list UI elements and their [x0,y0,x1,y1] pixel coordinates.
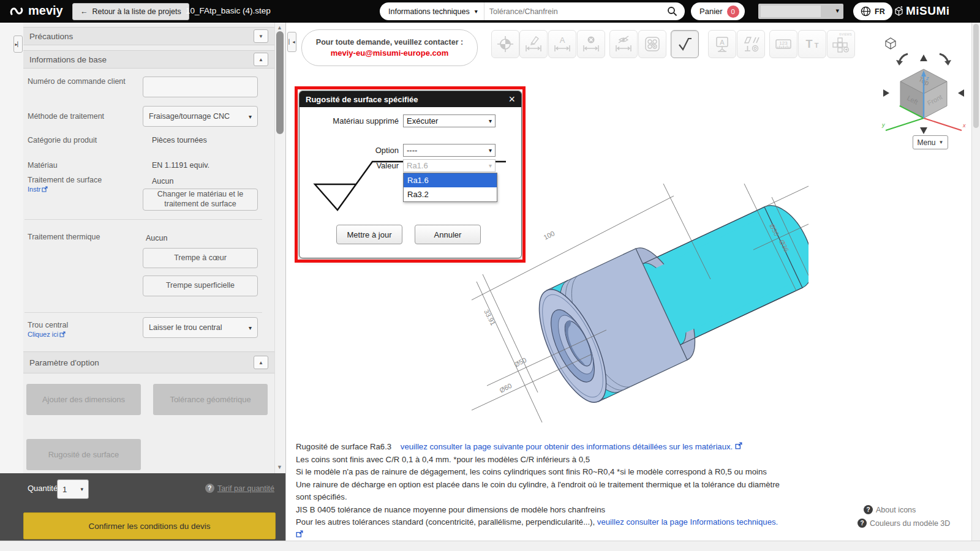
left-panel: ▸▏ Précautions ▼ Informations de base ▲ … [0,23,286,541]
external-link-icon [296,530,303,538]
surface-roughness-button[interactable]: Rugosité de surface [26,439,141,470]
rotate-down-icon[interactable] [920,127,927,134]
collapse-toggle-icon[interactable]: ▼ [254,29,268,43]
geometric-tolerance-icon[interactable] [737,30,765,58]
dimension-values-icon[interactable]: 123 [769,30,797,58]
panel-expand-handle[interactable]: ▸▏ [13,36,23,53]
processing-method-select[interactable]: Fraisage/tournage CNC ▾ [143,106,258,127]
language-button[interactable]: FR [853,2,892,20]
scroll-down-icon[interactable]: ▼ [277,464,282,470]
quantity-select[interactable]: 1 ▾ [57,479,89,499]
dim-left: 33.91 [483,308,497,326]
contact-email-link[interactable]: meviy-eu@misumi-europe.com [331,48,449,58]
rotate-right-icon[interactable] [940,54,951,66]
through-hardening-button[interactable]: Trempe à cœur [143,248,258,268]
update-button[interactable]: Mettre à jour [336,225,402,244]
rotate-left-icon[interactable] [896,54,908,66]
divider [24,312,262,313]
axes-triad: y x z [881,70,966,130]
value-select[interactable]: Ra1.6 ▾ [403,159,496,172]
surface-hardening-label: Trempe superficielle [166,281,235,291]
close-icon[interactable]: × [508,94,515,105]
price-by-quantity-link[interactable]: Tarif par quantité [217,484,274,493]
confirm-quote-label: Confirmer les conditions du devis [89,522,211,531]
product-category-value: Pièces tournées [152,136,207,144]
text-dimension-icon[interactable]: A [548,30,576,58]
center-hole-select[interactable]: Laisser le trou central ▾ [143,317,258,338]
section-precautions[interactable]: Précautions ▼ [23,27,274,45]
delete-dimension-icon[interactable] [577,30,605,58]
back-to-projects-button[interactable]: ← Retour à la liste de projets [72,3,189,20]
section-option-parameters[interactable]: Paramètre d'option ▲ [23,351,274,373]
hide-dimension-icon[interactable] [609,30,638,58]
surface-roughness-icon[interactable] [671,30,699,58]
scroll-up-icon[interactable]: ▲ [277,24,282,31]
search-category-value: Informations techniques [388,7,470,16]
search-input[interactable] [484,7,667,16]
meviy-logo[interactable]: meviy [10,4,63,18]
center-hole-link[interactable]: Cliquez ici [28,331,66,338]
model-colors[interactable]: ? Couleurs du modèle 3D [858,519,950,528]
surface-hardening-button[interactable]: Trempe superficielle [143,276,258,296]
processing-method-value: Fraisage/tournage CNC [149,112,230,121]
link-text: veuillez consulter la page Informations … [597,517,778,527]
axis-z-label: z [925,75,929,81]
sidebar-scrollbar-thumb[interactable] [276,31,284,134]
add-dimensions-button[interactable]: Ajouter des dimensions [26,384,141,415]
dropdown-option[interactable]: Ra1.6 [404,173,497,187]
collapse-toggle-icon[interactable]: ▲ [254,53,268,66]
order-number-input[interactable] [143,77,258,97]
misumi-logo[interactable]: MiSUMi [894,4,950,18]
rotate-right-side-icon[interactable] [958,89,964,97]
dropdown-option[interactable]: Ra3.2 [404,187,497,201]
materials-info-link[interactable]: veuillez consulter la page suivante pour… [401,442,742,451]
view-cube[interactable]: Top Left Front y x z [877,34,969,144]
dialog-title-bar[interactable]: Rugosité de surface spécifiée × [300,91,521,107]
search-icon[interactable] [667,6,677,17]
cube-outline-icon[interactable] [886,38,895,49]
divider [24,219,262,220]
panel-collapse-handle[interactable]: ▏◂ [287,32,296,52]
change-material-button[interactable]: Changer le matériau et le traitement de … [143,189,258,211]
chevron-down-icon: ▾ [475,8,478,15]
hole-group-icon[interactable] [638,30,666,58]
material-removed-select[interactable]: Exécuter ▾ [403,114,496,127]
horizontal-scrollbar[interactable] [0,541,980,551]
note-text: Rugosité de surface Ra6.3 [296,442,391,451]
rotate-left-side-icon[interactable] [883,89,889,97]
collapse-toggle-icon[interactable]: ▲ [254,356,268,369]
note-line: JIS B 0405 tolérance de nuance moyenne p… [296,504,786,517]
viewer-menu-button[interactable]: Menu ▼ [913,135,948,149]
about-icons[interactable]: ? About icons [864,505,916,514]
text-size-icon[interactable]: TT [798,30,826,58]
chevron-down-icon: ▾ [835,7,839,15]
external-link-icon [735,442,742,449]
about-icons-label: About icons [876,506,916,514]
product-category-label: Catégorie du produit [28,136,97,144]
chevron-down-icon: ▾ [249,324,252,331]
rotate-up-icon[interactable] [920,54,927,61]
add-dimensions-label: Ajouter des dimensions [42,395,125,404]
cart-count-badge: 0 [727,6,739,18]
section-basic-info[interactable]: Informations de base ▲ [23,50,274,69]
organization-dropdown[interactable]: ▾ [758,4,843,19]
back-button-label: Retour à la liste de projets [92,7,181,16]
dialog-title: Rugosité de surface spécifiée [306,95,418,104]
cancel-button[interactable]: Annuler [415,225,481,244]
geometric-tolerance-button[interactable]: Tolérance géométrique [153,384,268,415]
option-select[interactable]: ---- ▾ [403,144,496,157]
search-category-select[interactable]: Informations techniques ▾ [380,2,484,20]
axis-x-label: x [962,122,966,129]
edit-dimension-icon[interactable] [519,30,548,58]
page-scrollbar-thumb[interactable] [973,24,979,128]
cart-button[interactable]: Panier 0 [691,2,745,20]
datum-label-icon[interactable]: A [708,30,736,58]
confirm-quote-button[interactable]: Confirmer les conditions du devis [23,512,276,539]
six-views-icon[interactable]: 6VIEWS [827,30,855,58]
page-scrollbar[interactable] [971,23,980,551]
quote-footer: Quantité 1 ▾ ? Tarif par quantité Confir… [0,473,285,541]
note-line: Les coins sont finis avec C/R 0,1 à 0,4 … [296,454,786,467]
datum-target-icon[interactable] [491,30,519,58]
instr-link[interactable]: Instr [28,186,48,193]
misumi-text: MiSUMi [906,4,950,18]
